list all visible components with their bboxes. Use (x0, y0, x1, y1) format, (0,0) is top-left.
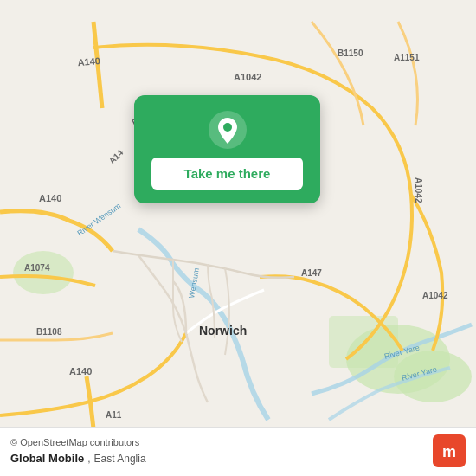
svg-text:A1042: A1042 (414, 177, 423, 203)
moovit-brand-icon: m (433, 434, 466, 467)
svg-text:A11: A11 (106, 410, 122, 420)
location-region: East Anglia (94, 453, 146, 465)
svg-text:B1150: B1150 (338, 48, 363, 58)
svg-text:A147: A147 (301, 268, 322, 278)
svg-text:m: m (442, 443, 456, 460)
svg-point-3 (13, 251, 74, 294)
svg-text:A140: A140 (77, 55, 100, 68)
svg-text:A1151: A1151 (394, 53, 420, 62)
svg-text:A1074: A1074 (24, 263, 50, 273)
location-name: Global Mobile (10, 452, 84, 465)
svg-text:A140: A140 (69, 366, 92, 376)
map-svg: A140 A140 A140 A1042 B1150 A1151 A1042 A… (0, 0, 476, 476)
location-pin-icon (209, 111, 247, 149)
location-info: © OpenStreetMap contributors Global Mobi… (10, 437, 146, 465)
osm-attribution: © OpenStreetMap contributors (10, 437, 146, 447)
svg-text:B1108: B1108 (36, 327, 62, 337)
svg-text:A1042: A1042 (422, 291, 448, 300)
moovit-logo: m (433, 434, 466, 467)
svg-text:A1042: A1042 (234, 72, 261, 82)
svg-text:Norwich: Norwich (199, 324, 247, 338)
svg-text:A140: A140 (39, 193, 61, 203)
take-me-there-button[interactable]: Take me there (151, 158, 303, 190)
bottom-bar: © OpenStreetMap contributors Global Mobi… (0, 427, 476, 476)
location-card: Take me there (134, 95, 320, 203)
svg-point-26 (223, 123, 232, 132)
map-container: A140 A140 A140 A1042 B1150 A1151 A1042 A… (0, 0, 476, 476)
